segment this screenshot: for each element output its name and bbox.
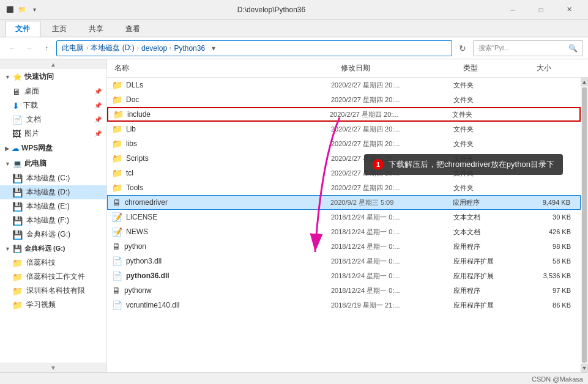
download-pin: 📌 xyxy=(94,102,102,109)
table-row[interactable]: 📝 LICENSE 2018/12/24 星期一 0:... 文本文档 30 K… xyxy=(107,210,581,224)
sidebar-item-desktop[interactable]: 🖥 桌面 📌 xyxy=(0,84,106,98)
col-name[interactable]: 名称 xyxy=(112,62,338,75)
tab-share[interactable]: 共享 xyxy=(78,21,114,37)
tab-view[interactable]: 查看 xyxy=(115,21,151,37)
file-date: 2020/2/27 星期四 20:... xyxy=(330,110,452,119)
search-icon[interactable]: 🔍 xyxy=(568,44,578,53)
title-bar: ⬛ 📁 ▾ D:\develop\Python36 ─ □ ✕ xyxy=(0,0,588,20)
table-row[interactable]: 📄 python36.dll 2018/12/24 星期一 0:... 应用程序… xyxy=(107,268,581,283)
sidebar-item-pictures[interactable]: 🖼 图片 📌 xyxy=(0,127,106,141)
sidebar-wps[interactable]: ▶ ☁ WPS网盘 xyxy=(0,141,106,156)
file-size: 58 KB xyxy=(527,257,576,265)
file-type-icon: 📄 xyxy=(112,300,122,310)
table-row[interactable]: 📄 python3.dll 2018/12/24 星期一 0:... 应用程序扩… xyxy=(107,254,581,268)
nav-bar: ← → ↑ 此电脑 › 本地磁盘 (D:) › develop › Python… xyxy=(0,37,588,59)
status-text: CSDN @Makasa xyxy=(532,375,583,383)
sidebar: ▼ ⭐ 快速访问 🖥 桌面 📌 ⬇ 下载 📌 📄 文档 📌 🖼 图 xyxy=(0,69,106,363)
table-row[interactable]: 📝 NEWS 2018/12/24 星期一 0:... 文本文档 426 KB xyxy=(107,224,581,239)
up-button[interactable]: ↑ xyxy=(39,41,54,56)
gaodian-icon: 💾 xyxy=(13,245,22,253)
file-kind: 文件夹 xyxy=(453,81,527,90)
close-button[interactable]: ✕ xyxy=(555,0,583,20)
sidebar-item-e[interactable]: 💾 本地磁盘 (E:) xyxy=(0,199,106,213)
file-type-icon: 🖥 xyxy=(113,198,121,207)
vertical-scrollbar[interactable]: ▲ ▼ xyxy=(581,78,588,372)
scroll-thumb[interactable] xyxy=(582,87,587,363)
sidebar-item-f[interactable]: 💾 本地磁盘 (F:) xyxy=(0,213,106,227)
file-kind: 文件夹 xyxy=(453,183,527,193)
refresh-button[interactable]: ↻ xyxy=(455,40,471,56)
scroll-up-btn[interactable]: ▲ xyxy=(581,78,588,86)
docs-pin: 📌 xyxy=(94,116,102,123)
table-row[interactable]: 🖥 pythonw 2018/12/24 星期一 0:... 应用程序 97 K… xyxy=(107,283,581,298)
table-row[interactable]: 📄 vcruntime140.dll 2018/2/19 星期一 21:... … xyxy=(107,298,581,312)
file-name-cell: 📁 Doc xyxy=(112,95,331,105)
sidebar-item-docs[interactable]: 📄 文档 📌 xyxy=(0,113,106,127)
breadcrumb-python36[interactable]: Python36 xyxy=(174,44,205,53)
file-name-cell: 📝 NEWS xyxy=(112,227,331,237)
forward-button[interactable]: → xyxy=(22,41,37,56)
table-row[interactable]: 📁 Lib 2020/2/27 星期四 20:... 文件夹 xyxy=(107,122,581,136)
sidebar-gaodian[interactable]: ▼ 💾 金典科远 (G:) xyxy=(0,242,106,256)
table-row[interactable]: 🖥 chromedriver 2020/9/2 星期三 5:09 应用程序 9,… xyxy=(107,195,581,210)
sidebar-item-c[interactable]: 💾 本地磁盘 (C:) xyxy=(0,171,106,185)
sidebar-item-beirui[interactable]: 📁 倍蕊科技 xyxy=(0,256,106,270)
search-bar[interactable]: 搜索"Pyt... 🔍 xyxy=(473,40,583,56)
file-name-text: include xyxy=(127,110,151,119)
col-date[interactable]: 修改日期 xyxy=(338,62,461,75)
table-row[interactable]: 📁 libs 2020/2/27 星期四 20:... 文件夹 xyxy=(107,136,581,151)
table-row[interactable]: 📁 DLLs 2020/2/27 星期四 20:... 文件夹 xyxy=(107,78,581,92)
col-type-label: 类型 xyxy=(463,63,478,73)
file-kind: 应用程序 xyxy=(453,198,526,207)
breadcrumb-d[interactable]: 本地磁盘 (D:) xyxy=(91,43,134,53)
table-row[interactable]: 📁 include 2020/2/27 星期四 20:... 文件夹 xyxy=(107,107,581,122)
pc-icon: 💻 xyxy=(13,160,22,168)
file-kind: 文件夹 xyxy=(453,95,527,105)
address-dropdown[interactable]: ▾ xyxy=(207,41,220,56)
study-icon: 📁 xyxy=(12,300,23,310)
drive-e-icon: 💾 xyxy=(12,202,23,212)
sidebar-scroll-up[interactable]: ▲ xyxy=(0,59,106,69)
sidebar-item-download[interactable]: ⬇ 下载 📌 xyxy=(0,98,106,113)
sidebar-item-d[interactable]: 💾 本地磁盘 (D:) xyxy=(0,185,106,199)
col-size[interactable]: 大小 xyxy=(534,62,583,75)
file-kind: 文件夹 xyxy=(452,110,526,119)
file-name-text: Doc xyxy=(126,95,139,104)
table-row[interactable]: 📁 Tools 2020/2/27 星期四 20:... 文件夹 xyxy=(107,180,581,195)
tab-file[interactable]: 文件 xyxy=(5,21,40,37)
col-size-label: 大小 xyxy=(537,63,551,73)
minimize-button[interactable]: ─ xyxy=(499,0,527,20)
beirui-work-label: 倍蕊科技工作文件 xyxy=(26,271,85,282)
file-name-text: LICENSE xyxy=(126,213,157,221)
drive-c-label: 本地磁盘 (C:) xyxy=(26,173,70,183)
file-type-icon: 📝 xyxy=(112,212,122,222)
tab-home[interactable]: 主页 xyxy=(42,21,77,37)
sep2: › xyxy=(137,45,139,51)
back-button[interactable]: ← xyxy=(5,41,20,56)
breadcrumb-pc[interactable]: 此电脑 xyxy=(62,43,84,53)
maximize-button[interactable]: □ xyxy=(527,0,555,20)
col-type[interactable]: 类型 xyxy=(461,62,534,75)
sidebar-item-shenzhen[interactable]: 📁 深圳科名科技有限 xyxy=(0,284,106,298)
file-kind: 文本文档 xyxy=(453,213,527,222)
file-name-text: Tools xyxy=(126,183,143,192)
file-date: 2018/12/24 星期一 0:... xyxy=(331,242,453,251)
file-table-header: 名称 修改日期 类型 大小 xyxy=(107,59,588,78)
address-bar[interactable]: 此电脑 › 本地磁盘 (D:) › develop › Python36 ▾ xyxy=(56,40,452,56)
file-date: 2020/2/27 星期四 20:... xyxy=(331,183,453,193)
sidebar-quick-access[interactable]: ▼ ⭐ 快速访问 xyxy=(0,69,106,84)
scroll-down-btn[interactable]: ▼ xyxy=(581,364,588,372)
quick-access-arrow: ▼ xyxy=(5,74,10,80)
breadcrumb-develop[interactable]: develop xyxy=(141,44,167,53)
file-kind: 文本文档 xyxy=(453,227,527,237)
sidebar-item-study[interactable]: 📁 学习视频 xyxy=(0,298,106,312)
sidebar-this-pc[interactable]: ▼ 💻 此电脑 xyxy=(0,156,106,171)
table-row[interactable]: 🖥 python 2018/12/24 星期一 0:... 应用程序 98 KB xyxy=(107,239,581,254)
sidebar-item-beirui-work[interactable]: 📁 倍蕊科技工作文件 xyxy=(0,270,106,284)
sidebar-item-g[interactable]: 💾 金典科远 (G:) xyxy=(0,227,106,242)
file-name-text: Lib xyxy=(126,125,136,133)
table-row[interactable]: 📁 Doc 2020/2/27 星期四 20:... 文件夹 xyxy=(107,92,581,107)
sidebar-scroll-down[interactable]: ▼ xyxy=(0,363,106,372)
file-type-icon: 📁 xyxy=(112,124,122,134)
quick-access-icon: ⬛ xyxy=(5,5,15,15)
